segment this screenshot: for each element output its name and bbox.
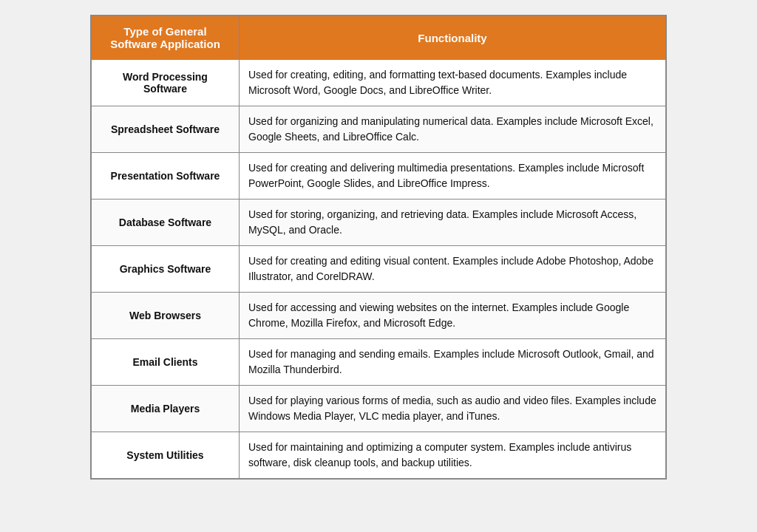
cell-functionality: Used for maintaining and optimizing a co…: [240, 432, 666, 479]
cell-functionality: Used for creating and delivering multime…: [240, 153, 666, 200]
cell-type: Presentation Software: [92, 153, 240, 200]
table-row: Email ClientsUsed for managing and sendi…: [92, 339, 666, 386]
cell-functionality: Used for creating and editing visual con…: [240, 246, 666, 293]
cell-functionality: Used for playing various forms of media,…: [240, 386, 666, 432]
cell-type: Media Players: [92, 386, 240, 432]
cell-type: System Utilities: [92, 432, 240, 479]
col-header-type: Type of General Software Application: [92, 16, 240, 60]
table-row: System UtilitiesUsed for maintaining and…: [92, 432, 666, 479]
cell-type: Spreadsheet Software: [92, 106, 240, 153]
table-row: Presentation SoftwareUsed for creating a…: [92, 153, 666, 200]
table-row: Media PlayersUsed for playing various fo…: [92, 386, 666, 432]
cell-functionality: Used for creating, editing, and formatti…: [240, 60, 666, 106]
cell-functionality: Used for managing and sending emails. Ex…: [240, 339, 666, 386]
software-table: Type of General Software Application Fun…: [91, 16, 666, 479]
table-row: Spreadsheet SoftwareUsed for organizing …: [92, 106, 666, 153]
table-row: Graphics SoftwareUsed for creating and e…: [92, 246, 666, 293]
cell-type: Database Software: [92, 200, 240, 246]
cell-type: Word Processing Software: [92, 60, 240, 106]
col-header-functionality: Functionality: [240, 16, 666, 60]
cell-type: Web Browsers: [92, 293, 240, 339]
table-row: Database SoftwareUsed for storing, organ…: [92, 200, 666, 246]
table-row: Word Processing SoftwareUsed for creatin…: [92, 60, 666, 106]
cell-functionality: Used for storing, organizing, and retrie…: [240, 200, 666, 246]
cell-functionality: Used for organizing and manipulating num…: [240, 106, 666, 153]
main-table-container: Type of General Software Application Fun…: [90, 15, 667, 480]
cell-functionality: Used for accessing and viewing websites …: [240, 293, 666, 339]
cell-type: Email Clients: [92, 339, 240, 386]
table-row: Web BrowsersUsed for accessing and viewi…: [92, 293, 666, 339]
table-body: Word Processing SoftwareUsed for creatin…: [92, 60, 666, 479]
table-header-row: Type of General Software Application Fun…: [92, 16, 666, 60]
cell-type: Graphics Software: [92, 246, 240, 293]
